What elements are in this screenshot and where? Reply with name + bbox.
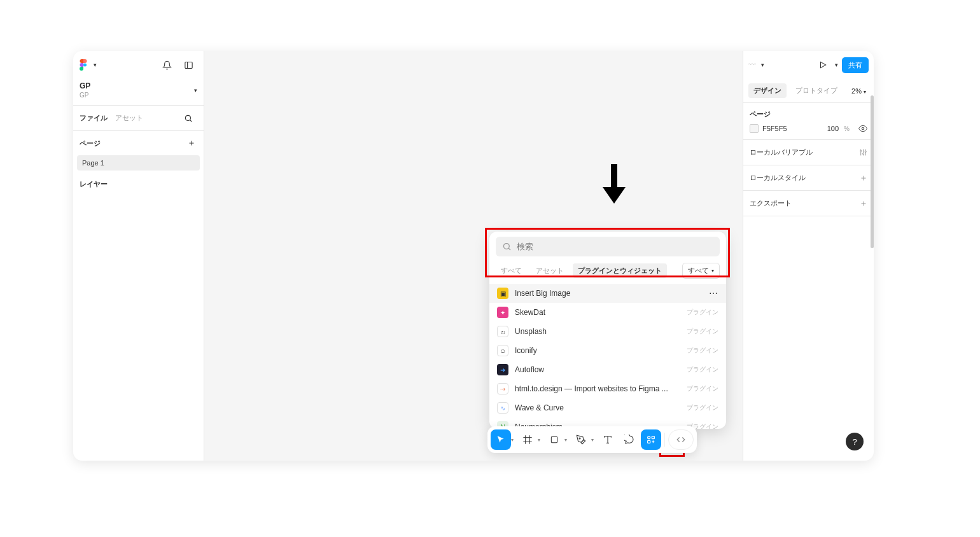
plugin-item[interactable]: ⇢html.to.design — Import websites to Fig… [489,379,726,398]
move-tool[interactable] [491,429,511,450]
toggle-panels-icon[interactable] [179,56,197,74]
plugin-item[interactable]: ▣Insert Big Image⋯ [489,284,726,303]
background-color-row[interactable]: F5F5F5 100 % [750,124,867,133]
add-export-button[interactable] [860,200,867,207]
plugin-item[interactable]: ➜Autoflowプラグイン [489,360,726,379]
zoom-level[interactable]: 2% ▾ [851,87,869,95]
search-input[interactable] [517,242,713,251]
svg-line-10 [508,248,510,250]
left-panel: ▾ GP GP ▾ ファイル アセット ページ [73,51,204,461]
plugin-name: Unsplash [515,327,680,336]
page-item[interactable]: Page 1 [77,155,200,171]
plugin-type-label: プラグイン [687,327,718,336]
tab-prototype[interactable]: プロトタイプ [790,83,843,98]
notifications-icon[interactable] [158,56,176,74]
multiplayer-icon[interactable]: 〰 [748,60,756,69]
text-tool[interactable] [598,429,618,450]
settings-icon[interactable] [859,148,867,157]
local-styles-row[interactable]: ローカルスタイル [743,165,874,191]
plugin-icon: ∿ [497,402,508,414]
plugin-item[interactable]: ✦SkewDatプラグイン [489,303,726,322]
plugin-item[interactable]: ⏍Unsplashプラグイン [489,322,726,341]
chevron-down-icon[interactable]: ▾ [94,62,97,68]
page-background-section: ページ F5F5F5 100 % [743,103,874,140]
toolbar-separator [664,433,665,447]
present-button[interactable] [816,58,830,72]
search-input-wrap[interactable] [496,237,720,256]
chevron-down-icon[interactable]: ▾ [564,437,567,443]
plugin-type-label: プラグイン [687,365,718,374]
filter-plugins[interactable]: プラグインとウィジェット [573,263,667,278]
shape-tool[interactable] [544,429,564,450]
svg-point-0 [83,64,87,67]
right-tabs: デザイン プロトタイプ 2% ▾ [743,79,874,103]
plugin-icon: ✦ [497,307,508,318]
svg-point-9 [504,244,510,249]
plugin-icon: ▣ [497,288,508,299]
filter-all[interactable]: すべて [496,263,527,278]
color-opacity[interactable]: 100 [827,125,839,132]
plugin-name: Iconify [515,346,680,355]
right-panel-top: 〰 ▾ ▾ 共有 [743,51,874,79]
chevron-down-icon[interactable]: ▾ [761,62,764,68]
share-button[interactable]: 共有 [842,57,869,73]
annotation-arrow-icon [603,164,626,204]
color-swatch[interactable] [750,124,759,133]
plugin-name: Wave & Curve [515,403,680,412]
svg-point-31 [865,151,866,152]
plugin-type-label: プラグイン [687,403,718,412]
team-name: GP [80,81,193,90]
plugin-item[interactable]: ☺Iconifyプラグイン [489,341,726,360]
tab-file[interactable]: ファイル [80,113,108,123]
pen-tool[interactable] [571,429,591,450]
frame-tool[interactable] [517,429,538,450]
plugin-type-label: プラグイン [687,346,718,355]
chevron-down-icon: ▾ [864,89,866,95]
team-switcher[interactable]: GP GP ▾ [73,79,204,106]
chevron-down-icon[interactable]: ▾ [538,437,540,443]
filter-assets[interactable]: アセット [531,263,569,278]
left-tabs: ファイル アセット [73,106,204,131]
plugin-icon: ➜ [497,364,508,375]
svg-marker-8 [603,187,626,204]
svg-point-16 [579,438,580,439]
plugin-icon: ☺ [497,345,508,356]
project-name: GP [80,92,193,99]
svg-rect-7 [611,164,617,187]
chevron-down-icon[interactable]: ▾ [835,62,838,68]
help-button[interactable]: ? [846,433,864,450]
add-page-button[interactable] [186,137,197,149]
local-variables-row[interactable]: ローカルバリアブル [743,140,874,165]
page-section-label: ページ [750,109,867,119]
dev-mode-toggle[interactable] [668,429,694,450]
app-window: ▾ GP GP ▾ ファイル アセット ページ [73,51,874,461]
more-icon[interactable]: ⋯ [709,288,718,298]
canvas[interactable]: すべて アセット プラグインとウィジェット すべて ▾ ▣Insert Big … [204,51,743,461]
search-icon[interactable] [179,109,197,127]
svg-rect-21 [648,440,650,443]
plugin-icon: ⏍ [497,326,508,337]
figma-logo-icon[interactable] [80,58,88,72]
tab-design[interactable]: デザイン [748,83,787,98]
export-row[interactable]: エクスポート [743,191,874,216]
color-hex[interactable]: F5F5F5 [762,125,823,132]
resources-tool[interactable] [641,429,661,450]
plugin-item[interactable]: ∿Wave & Curveプラグイン [489,398,726,417]
tab-assets[interactable]: アセット [115,113,143,123]
filter-scope-dropdown[interactable]: すべて ▾ [682,263,720,279]
svg-marker-24 [821,62,826,67]
comment-tool[interactable] [619,429,640,450]
svg-rect-15 [551,436,557,442]
right-panel: 〰 ▾ ▾ 共有 デザイン プロトタイプ 2% ▾ ページ F5F5F5 100… [743,51,874,461]
chevron-down-icon[interactable]: ▾ [591,437,594,443]
filter-scope-label: すべて [688,266,709,275]
chevron-down-icon[interactable]: ▾ [511,437,514,443]
svg-point-3 [185,115,190,120]
add-style-button[interactable] [860,174,867,182]
visibility-toggle-icon[interactable] [858,124,867,133]
scrollbar[interactable] [871,95,874,248]
pages-label: ページ [80,139,101,148]
plugin-name: SkewDat [515,308,680,317]
chevron-down-icon[interactable]: ▾ [194,87,197,94]
svg-rect-20 [652,436,654,439]
